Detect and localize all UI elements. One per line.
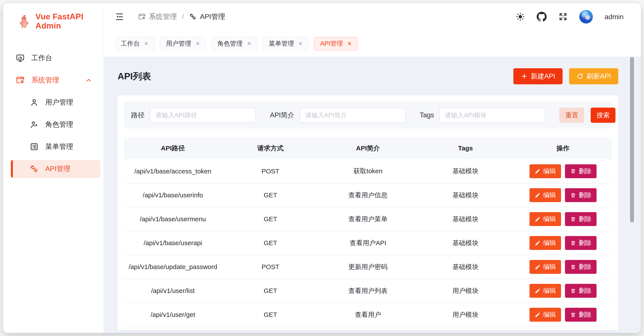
refresh-api-button[interactable]: 刷新API [569, 68, 618, 84]
edit-button[interactable]: 编辑 [530, 236, 561, 250]
breadcrumb-item-api[interactable]: API管理 [189, 12, 225, 21]
filter-summary: API简介 [270, 108, 406, 123]
cell-tags: 基础模块 [417, 183, 514, 207]
table-header-row: API路径 请求方式 API简介 Tags 操作 [124, 137, 612, 159]
app-logo[interactable]: Vue FastAPI Admin [17, 12, 104, 30]
summary-input[interactable] [300, 108, 406, 123]
breadcrumb-item-system[interactable]: 系统管理 [138, 12, 177, 21]
user-name[interactable]: admin [604, 13, 624, 21]
api-icon [189, 13, 197, 21]
reset-button[interactable]: 重置 [559, 108, 584, 123]
trash-icon [570, 168, 576, 174]
tab-roles[interactable]: 角色管理 ✕ [212, 37, 257, 50]
column-header-summary: API简介 [319, 137, 417, 159]
close-icon[interactable]: ✕ [144, 41, 148, 46]
edit-button[interactable]: 编辑 [530, 260, 561, 274]
column-header-tags: Tags [417, 137, 514, 159]
edit-button[interactable]: 编辑 [530, 308, 561, 322]
edit-button[interactable]: 编辑 [530, 164, 561, 178]
app-window: Vue FastAPI Admin 工作台 [3, 3, 641, 333]
edit-button[interactable]: 编辑 [530, 212, 561, 226]
fullscreen-icon[interactable] [558, 12, 568, 21]
github-icon[interactable] [537, 12, 547, 22]
cell-tags: 用户模块 [417, 279, 514, 303]
sidebar-item-users[interactable]: 用户管理 [3, 91, 104, 113]
cell-path: /api/v1/base/access_token [124, 159, 222, 183]
cell-tags: 基础模块 [417, 159, 514, 183]
cell-path: /api/v1/base/userapi [124, 231, 222, 255]
delete-button[interactable]: 删除 [565, 308, 596, 322]
delete-button[interactable]: 删除 [565, 188, 596, 202]
sidebar-item-menus[interactable]: 菜单管理 [3, 136, 104, 158]
vertical-scrollbar[interactable] [630, 57, 634, 223]
cell-method: POST [222, 255, 319, 279]
delete-button[interactable]: 删除 [565, 284, 596, 298]
path-input[interactable] [150, 108, 256, 123]
top-right-actions: admin [516, 10, 624, 23]
search-button[interactable]: 搜索 [591, 108, 616, 123]
pencil-icon [535, 312, 540, 318]
close-icon[interactable]: ✕ [298, 41, 302, 46]
pencil-icon [535, 216, 540, 222]
tags-input[interactable] [439, 108, 546, 123]
filter-bar: 路径 API简介 Tags 重置 搜索 [124, 102, 612, 129]
breadcrumb-label: 系统管理 [149, 12, 177, 21]
table-row: /api/v1/base/userapi GET 查看用户API 基础模块 编辑… [124, 231, 612, 255]
edit-button[interactable]: 编辑 [530, 188, 561, 202]
trash-icon [570, 192, 576, 198]
tab-label: 用户管理 [166, 39, 191, 48]
delete-label: 删除 [579, 310, 591, 319]
table-row: /api/v1/base/update_password POST 更新用户密码… [124, 255, 612, 279]
tab-workbench[interactable]: 工作台 ✕ [115, 37, 154, 50]
delete-button[interactable]: 删除 [565, 236, 596, 250]
tab-label: 角色管理 [217, 39, 242, 48]
table-row: /api/v1/base/access_token POST 获取token 基… [124, 159, 612, 183]
sidebar-item-api[interactable]: API管理 [11, 160, 100, 178]
avatar[interactable] [579, 10, 593, 23]
sidebar-item-roles[interactable]: 角色管理 [3, 113, 104, 136]
edit-label: 编辑 [543, 167, 556, 175]
page-actions: 新建API 刷新API [513, 68, 618, 84]
close-icon[interactable]: ✕ [247, 41, 251, 46]
sidebar-item-label: 工作台 [31, 53, 52, 63]
cell-summary: 查看用户API [319, 231, 417, 255]
delete-label: 删除 [579, 239, 591, 247]
theme-toggle-sun-icon[interactable] [516, 12, 525, 21]
api-icon [30, 164, 39, 173]
close-icon[interactable]: ✕ [347, 41, 352, 46]
edit-label: 编辑 [543, 239, 556, 247]
tab-menus[interactable]: 菜单管理 ✕ [263, 37, 308, 50]
filter-actions: 重置 搜索 [559, 108, 616, 123]
trash-icon [570, 216, 576, 222]
summary-label: API简介 [270, 111, 294, 120]
create-api-label: 新建API [531, 72, 555, 81]
breadcrumb-label: API管理 [200, 12, 225, 21]
sidebar-item-workbench[interactable]: 工作台 [3, 47, 104, 69]
sidebar-item-label: 用户管理 [45, 98, 73, 107]
path-label: 路径 [131, 111, 144, 120]
tags-label: Tags [420, 111, 434, 119]
sidebar-item-label: API管理 [45, 164, 70, 174]
cell-path: /api/v1/user/get [124, 303, 222, 327]
app-title: Vue FastAPI Admin [36, 12, 104, 30]
breadcrumb: 系统管理 / API管理 [138, 12, 225, 21]
collapse-sidebar-icon[interactable] [115, 12, 124, 21]
table-row: /api/v1/base/userinfo GET 查看用户信息 基础模块 编辑… [124, 183, 612, 207]
edit-label: 编辑 [543, 263, 556, 271]
tab-api[interactable]: API管理 ✕ [314, 37, 358, 50]
refresh-icon [576, 73, 584, 80]
breadcrumb-separator: / [182, 13, 184, 20]
tab-label: API管理 [320, 39, 343, 48]
api-table: API路径 请求方式 API简介 Tags 操作 /api/v1/base/ac… [124, 137, 612, 327]
tab-users[interactable]: 用户管理 ✕ [160, 37, 206, 50]
delete-button[interactable]: 删除 [565, 260, 596, 274]
close-icon[interactable]: ✕ [196, 41, 200, 46]
cell-summary: 查看用户列表 [319, 279, 417, 303]
delete-button[interactable]: 删除 [565, 164, 596, 178]
create-api-button[interactable]: 新建API [513, 68, 562, 84]
trash-icon [570, 240, 576, 246]
column-header-path: API路径 [124, 137, 222, 159]
sidebar-item-system[interactable]: 系统管理 [3, 69, 104, 91]
delete-button[interactable]: 删除 [565, 212, 596, 226]
edit-button[interactable]: 编辑 [530, 284, 561, 298]
